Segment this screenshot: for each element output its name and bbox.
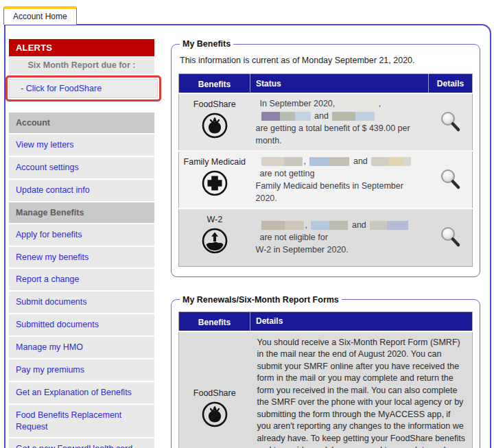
menu-header-manage-benefits: Manage Benefits xyxy=(9,202,154,223)
tab-bar: Account Home xyxy=(0,0,494,25)
apple-icon xyxy=(201,112,228,139)
status-text: , xyxy=(304,156,306,166)
magnifier-icon[interactable] xyxy=(439,110,461,132)
sidebar-item-update-contact-info[interactable]: Update contact info xyxy=(9,180,154,201)
magnifier-icon[interactable] xyxy=(439,226,461,248)
magnifier-icon[interactable] xyxy=(439,168,461,190)
alerts-header: ALERTS xyxy=(9,39,154,56)
status-cell-family-medicaid: , and are not getting Family Medicaid be… xyxy=(250,151,429,209)
redacted-name xyxy=(371,157,411,166)
col-header-details: Details xyxy=(429,74,473,94)
benefits-table: Benefits Status Details FoodShare In Sep… xyxy=(178,73,473,267)
sidebar-item-forwardhealth-card[interactable]: Get a new ForwardHealth card xyxy=(9,438,154,448)
redacted-name xyxy=(261,112,311,121)
status-text: and xyxy=(352,220,366,230)
sidebar-item-view-my-letters[interactable]: View my letters xyxy=(9,134,154,156)
benefits-current-as-of-text: This information is current as of Monday… xyxy=(180,56,471,65)
benefit-label-family-medicaid: Family Medicaid xyxy=(183,157,246,167)
sidebar-item-manage-my-hmo[interactable]: Manage my HMO xyxy=(9,337,154,358)
col-header-status: Status xyxy=(250,74,429,94)
status-text: and xyxy=(353,156,368,166)
benefit-label-foodshare: FoodShare xyxy=(183,388,246,398)
sidebar-item-apply-for-benefits[interactable]: Apply for benefits xyxy=(9,224,154,246)
col-header-details: Details xyxy=(250,311,473,331)
renewals-title: My Renewals/Six-Month Report Forms xyxy=(180,295,342,305)
sidebar: ALERTS Six Month Report due for : - Clic… xyxy=(9,39,154,448)
status-text: are not eligible for xyxy=(260,233,328,242)
menu-header-account: Account xyxy=(9,113,154,133)
status-text: , xyxy=(305,220,307,230)
sidebar-item-explanation-of-benefits[interactable]: Get an Explanation of Benefits xyxy=(9,382,154,403)
smrf-details-text: You should receive a Six-Month Report Fo… xyxy=(250,331,473,448)
alerts-panel: ALERTS Six Month Report due for : - Clic… xyxy=(9,39,154,102)
main-content: My Benefits This information is current … xyxy=(171,39,482,448)
status-text: W-2 in September 2020. xyxy=(256,244,425,256)
alert-highlight-annotation: - Click for FoodShare xyxy=(5,75,161,102)
renewals-table-header-row: Benefits Details xyxy=(179,311,473,331)
col-header-benefits: Benefits xyxy=(179,74,250,94)
table-row-foodshare: FoodShare In September 2020, , and are g… xyxy=(179,93,473,151)
status-cell-foodshare: In September 2020, , and are getting a t… xyxy=(250,93,429,151)
sidebar-item-food-benefits-replacement[interactable]: Food Benefits Replacement Request xyxy=(9,405,154,438)
sidebar-item-pay-my-premiums[interactable]: Pay my premiums xyxy=(9,359,154,381)
status-text: and xyxy=(314,111,329,121)
tab-account-home[interactable]: Account Home xyxy=(3,6,77,25)
status-text: In September 2020, xyxy=(260,99,336,108)
medical-cross-icon xyxy=(201,169,228,197)
hand-arrow-icon xyxy=(201,227,228,255)
benefits-table-header-row: Benefits Status Details xyxy=(179,74,473,94)
alert-link-foodshare[interactable]: - Click for FoodShare xyxy=(9,79,158,98)
my-benefits-panel: My Benefits This information is current … xyxy=(171,39,480,277)
apple-icon xyxy=(201,401,228,428)
status-text: are not getting xyxy=(260,169,315,178)
alerts-subtitle: Six Month Report due for : xyxy=(9,56,154,74)
redacted-name xyxy=(309,157,349,166)
benefit-label-w2: W-2 xyxy=(183,215,246,224)
sidebar-menu: Account View my letters Account settings… xyxy=(9,113,154,448)
table-row-foodshare-smrf: FoodShare You should receive a Six-Month… xyxy=(179,331,473,448)
status-text: , xyxy=(379,99,381,108)
sidebar-item-submitted-documents[interactable]: Submitted documents xyxy=(9,314,154,335)
renewals-panel: My Renewals/Six-Month Report Forms Benef… xyxy=(171,295,480,448)
sidebar-item-report-a-change[interactable]: Report a change xyxy=(9,269,154,290)
my-benefits-title: My Benefits xyxy=(180,39,233,49)
table-row-w2: W-2 , and are not eligible for W-2 in Se… xyxy=(179,209,473,266)
benefit-label-foodshare: FoodShare xyxy=(183,99,246,109)
status-cell-w2: , and are not eligible for W-2 in Septem… xyxy=(250,209,429,266)
redacted-name xyxy=(339,99,377,108)
page-container: ALERTS Six Month Report due for : - Clic… xyxy=(4,24,491,448)
status-text: Family Medicaid benefits in September 20… xyxy=(256,180,425,204)
redacted-name xyxy=(261,221,304,230)
sidebar-item-submit-documents[interactable]: Submit documents xyxy=(9,292,154,313)
redacted-name xyxy=(261,157,303,166)
status-text: are getting a total benefit of $ 439.00 … xyxy=(256,122,425,147)
table-row-family-medicaid: Family Medicaid , and are not getting Fa… xyxy=(179,151,473,209)
redacted-name xyxy=(332,112,375,121)
renewals-table: Benefits Details FoodShare You should re… xyxy=(178,311,473,448)
sidebar-item-account-settings[interactable]: Account settings xyxy=(9,157,154,178)
col-header-benefits: Benefits xyxy=(179,311,250,331)
sidebar-item-renew-my-benefits[interactable]: Renew my benefits xyxy=(9,247,154,268)
redacted-name xyxy=(311,221,348,230)
redacted-name xyxy=(370,221,408,230)
